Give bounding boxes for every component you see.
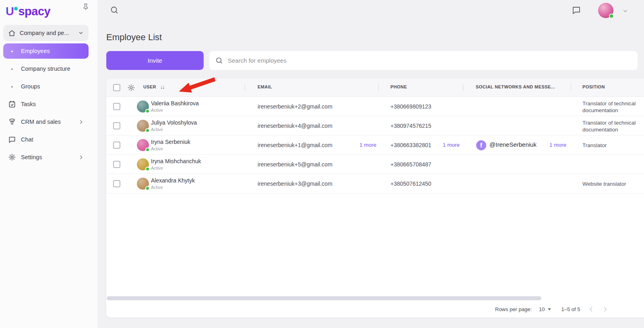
- table-body: Valeriia Bashkirova Active ireneserbeniu…: [106, 97, 644, 193]
- employee-name[interactable]: Iryna Mishchanchuk: [151, 158, 201, 164]
- sidebar-item-label: Company structure: [21, 66, 84, 72]
- column-divider: [378, 84, 379, 91]
- sidebar-item-label: Groups: [21, 83, 84, 90]
- sidebar-item-settings[interactable]: Settings: [3, 150, 89, 165]
- table-header: USER ↓↓ EMAIL PHONE SOCIAL NETWORKS AND …: [106, 78, 644, 97]
- column-header-position[interactable]: POSITION: [582, 84, 605, 89]
- topbar: [97, 0, 644, 21]
- column-divider: [245, 84, 245, 91]
- employee-status: Active: [151, 146, 163, 151]
- horizontal-scrollbar[interactable]: [107, 296, 541, 300]
- email-more-link[interactable]: 1 more: [359, 142, 376, 148]
- table-row: Valeriia Bashkirova Active ireneserbeniu…: [106, 97, 644, 116]
- employee-phone[interactable]: +380669809123: [390, 103, 431, 110]
- phone-more-link[interactable]: 1 more: [443, 142, 460, 148]
- employee-email[interactable]: ireneserbeniuk+2@gmail.com: [258, 103, 332, 110]
- employee-position: Translator of technical documentation: [582, 119, 644, 133]
- employee-phone[interactable]: +380665708487: [390, 161, 431, 168]
- employee-position: Translator of technical documentation: [582, 100, 644, 114]
- chevron-right-icon: [78, 119, 84, 125]
- employee-email[interactable]: ireneserbeniuk+3@gmail.com: [258, 180, 332, 187]
- social-more-link[interactable]: 1 more: [549, 142, 566, 148]
- column-header-email[interactable]: EMAIL: [258, 84, 272, 89]
- employee-status: Active: [151, 108, 163, 113]
- employee-search[interactable]: [209, 51, 638, 70]
- sidebar-item-crm-and-sales[interactable]: CRM and sales: [3, 114, 89, 129]
- sort-icon[interactable]: ↓↓: [160, 84, 164, 90]
- employee-name[interactable]: Alexandra Khytyk: [151, 177, 195, 184]
- sidebar-item-company-structure[interactable]: • Company structure: [3, 61, 89, 76]
- app-logo[interactable]: Uspacy: [6, 4, 92, 18]
- gear-icon: [8, 153, 16, 161]
- employee-avatar[interactable]: [137, 139, 149, 151]
- search-icon[interactable]: [109, 5, 119, 16]
- employee-avatar[interactable]: [137, 120, 149, 132]
- row-checkbox[interactable]: [113, 161, 120, 168]
- rows-per-page-value: 10: [539, 306, 545, 312]
- row-checkbox[interactable]: [113, 141, 120, 149]
- employee-name[interactable]: Iryna Serbeniuk: [151, 139, 190, 145]
- previous-page-button[interactable]: [588, 306, 594, 313]
- sidebar-item-label: Chat: [21, 136, 84, 143]
- calendar-check-icon: [8, 100, 16, 108]
- chevron-down-icon[interactable]: [622, 8, 628, 16]
- employee-name[interactable]: Valeriia Bashkirova: [151, 100, 199, 107]
- search-input[interactable]: [228, 57, 632, 64]
- search-icon: [215, 56, 223, 65]
- employee-avatar[interactable]: [137, 158, 149, 170]
- sidebar-item-tasks[interactable]: Tasks: [3, 96, 89, 112]
- column-header-phone[interactable]: PHONE: [390, 84, 407, 89]
- row-checkbox[interactable]: [113, 103, 120, 110]
- invite-button[interactable]: Invite: [106, 51, 204, 70]
- table-row: Iryna Mishchanchuk Active ireneserbeniuk…: [106, 155, 644, 174]
- row-checkbox[interactable]: [113, 122, 120, 129]
- page-title: Employee List: [106, 32, 162, 43]
- bullet-icon: •: [8, 66, 16, 72]
- employee-email[interactable]: ireneserbeniuk+4@gmail.com: [258, 123, 332, 129]
- employee-phone[interactable]: +380974576215: [390, 123, 431, 129]
- user-avatar[interactable]: [598, 3, 613, 18]
- bullet-icon: •: [8, 83, 16, 90]
- column-header-social[interactable]: SOCIAL NETWORKS AND MESSE...: [476, 84, 555, 89]
- employee-email[interactable]: ireneserbeniuk+5@gmail.com: [258, 161, 332, 168]
- rows-per-page-label: Rows per page:: [495, 306, 532, 312]
- column-divider: [463, 84, 463, 91]
- chevron-down-icon: [78, 30, 84, 36]
- logo-letter-u: U: [6, 5, 14, 18]
- logo-dot-icon: [14, 7, 18, 10]
- row-checkbox[interactable]: [113, 180, 120, 187]
- employee-avatar[interactable]: [137, 178, 149, 190]
- social-handle[interactable]: @IreneSerbeniuk: [489, 141, 537, 148]
- online-status-dot: [609, 14, 614, 18]
- chat-bubble-icon: [8, 135, 16, 144]
- sidebar-item-chat[interactable]: Chat: [3, 132, 89, 147]
- employee-phone[interactable]: +380507612450: [390, 180, 431, 187]
- facebook-icon[interactable]: f: [476, 140, 486, 150]
- funnel-icon: [8, 118, 16, 126]
- rows-per-page-select[interactable]: 10: [539, 306, 551, 312]
- employee-phone[interactable]: +380663382801: [390, 142, 431, 148]
- pin-sidebar-icon[interactable]: [81, 2, 90, 14]
- column-divider: [571, 84, 571, 91]
- chevron-right-icon: [78, 155, 84, 160]
- sidebar-item-employees[interactable]: • Employees: [3, 43, 89, 59]
- next-page-button[interactable]: [602, 306, 609, 313]
- employee-position: Website translator: [582, 180, 644, 187]
- sidebar-item-groups[interactable]: • Groups: [3, 79, 89, 94]
- column-header-user[interactable]: USER: [143, 84, 156, 89]
- logo-text: spacy: [18, 5, 50, 18]
- select-all-checkbox[interactable]: [113, 84, 120, 91]
- sidebar-item-label: Tasks: [21, 101, 84, 107]
- sidebar: Uspacy Company and pe... • Employees • C…: [0, 0, 97, 328]
- online-status-dot: [145, 148, 150, 152]
- table-row: Iryna Serbeniuk Active ireneserbeniuk+1@…: [106, 135, 644, 155]
- messages-icon[interactable]: [572, 5, 581, 16]
- employee-email[interactable]: ireneserbeniuk+1@gmail.com: [258, 142, 332, 148]
- employee-name[interactable]: Juliya Voloshylova: [151, 119, 197, 126]
- annotation-arrow: [166, 74, 218, 97]
- employee-position: Translator: [582, 142, 644, 149]
- employee-avatar[interactable]: [137, 100, 149, 113]
- column-settings-icon[interactable]: [127, 84, 135, 93]
- workspace-switcher[interactable]: Company and pe...: [3, 25, 89, 41]
- online-status-dot: [145, 167, 150, 171]
